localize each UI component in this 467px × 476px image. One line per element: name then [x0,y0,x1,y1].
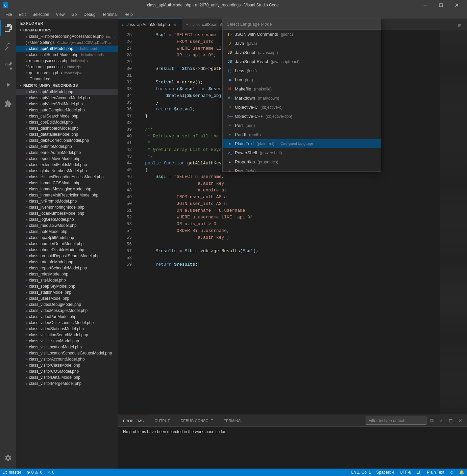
menu-edit[interactable]: Edit [16,11,28,18]
file-callsearch[interactable]: ≡ class_callSearchModel.php [16,113,118,119]
file-videopan[interactable]: ≡ class_videoPanModel.php [16,314,118,320]
status-info[interactable]: △ 0 [45,469,57,476]
tab-output[interactable]: OUTPUT [149,415,175,427]
lang-item-md[interactable]: M↓ Markdown (markdown) [223,94,381,103]
menu-terminal[interactable]: Terminal [100,11,120,18]
status-spaces[interactable]: Spaces: 4 [374,469,397,476]
file-cosedit[interactable]: ≡ class_cosEditModel.php [16,119,118,125]
file-visitoraccount[interactable]: ≡ class_visitorAccountModel.php [16,356,118,362]
lang-item-js[interactable]: JS JavaScript (javascript) [223,48,381,57]
menu-go[interactable]: Go [69,11,79,18]
menu-debug[interactable]: Debug [81,11,98,18]
file-enfinfo[interactable]: ≡ class_enfInfoModel.php [16,143,118,150]
open-file-recaccess[interactable]: JS recordingaccess.js htdocs\js [16,64,118,70]
file-soapkey[interactable]: ≡ class_soapKeyModel.php [16,283,118,289]
file-localnumbers[interactable]: ≡ class_localNumbersModel.php [16,210,118,216]
lang-item-objcpp[interactable]: C++ Objective-C++ (objective-cpp) [223,112,381,121]
file-npasplit[interactable]: ≡ class_npaSplitModel.php [16,235,118,241]
panel-maximize-button[interactable]: ⊟ [447,417,455,425]
file-prepaiddeposit[interactable]: ≡ class_prepaidDepositSearchModel.php [16,253,118,259]
file-users[interactable]: ≡ class_usersModel.php [16,295,118,301]
lang-item-plaintext[interactable]: ≡ Plain Text (plaintext) - Configured La… [223,139,381,148]
status-branch[interactable]: ⎇ master [0,469,24,476]
lang-item-jsx[interactable]: JS JavaScript React (javascriptreact) [223,57,381,66]
open-file-changelog[interactable]: C ChangeLog [16,76,118,82]
file-rateinfo[interactable]: ≡ class_rateInfoModel.php [16,259,118,265]
file-inmatecos[interactable]: ≡ class_inmateCOSModel.php [16,180,118,186]
open-editors-section[interactable]: ▼ OPEN EDITORS [16,27,118,33]
file-inmatevisitrestriction[interactable]: ≡ class_inmateVisitRestrictionModel.php [16,192,118,198]
tab-problems[interactable]: PROBLEMS [118,415,149,427]
file-dashboard[interactable]: ≡ class_dashboardModel.php [16,125,118,131]
open-file-history[interactable]: ≡ class_HistoryRecordingAccessModel.php … [16,33,118,39]
tab-debug-console[interactable]: DEBUG CONSOLE [175,415,218,427]
panel-filter-input[interactable] [366,417,426,425]
open-file-auth[interactable]: ≡ class_apiAuthModel.php include\models [16,46,118,52]
language-search[interactable] [223,19,381,30]
lang-item-java[interactable]: J Java (java) [223,39,381,48]
menu-selection[interactable]: Selection [30,11,52,18]
file-numberdetail[interactable]: ≡ class_numberDetailModel.php [16,241,118,247]
open-file-search[interactable]: ≡ class_callSearchModel.php include\mode… [16,52,118,58]
file-roles[interactable]: ≡ class_rolesModel.php [16,271,118,277]
file-epochmove[interactable]: ≡ class_epochMoveModel.php [16,156,118,162]
file-apivideoaccount[interactable]: ≡ class_apiVideoAccountModel.php [16,95,118,101]
file-debitcorrections[interactable]: ≡ class_debitCorrectionsModel.php [16,137,118,143]
menu-view[interactable]: View [53,11,67,18]
settings-icon[interactable] [0,450,16,466]
maximize-button[interactable]: □ [433,0,449,10]
file-livemonitoring[interactable]: ≡ class_liveMonitoringModel.php [16,204,118,210]
file-phonedisable[interactable]: ≡ class_phoneDisableModel.php [16,247,118,253]
language-search-input[interactable] [227,22,377,27]
lang-item-less[interactable]: { } Less (less) [223,66,381,75]
lang-item-objc[interactable]: C Objective-C (objective-c) [223,103,381,112]
file-visithistory[interactable]: ≡ class_visitHistoryModel.php [16,338,118,344]
file-extendedfields[interactable]: ≡ class_extendedFieldsModel.php [16,162,118,168]
file-mediagw[interactable]: ≡ class_mediaGwModel.php [16,222,118,229]
file-videoquickconnect[interactable]: ≡ class_videoQuickconnectModel.php [16,320,118,326]
file-globalnumbers[interactable]: ≡ class_globalNumbersModel.php [16,168,118,174]
panel-collapse-button[interactable]: ∧ [437,417,445,425]
status-feedback[interactable]: ☺ [447,469,457,476]
file-inmatemessaging[interactable]: ≡ class_inmateMessagingModel.php [16,186,118,192]
files-icon[interactable] [0,20,16,36]
search-icon[interactable] [0,39,16,55]
open-file-settings[interactable]: { } User Settings C:\Users\jweland.JCS\A… [16,39,118,46]
extensions-icon[interactable] [0,96,16,112]
lang-item-perl6[interactable]: ≡ Perl 6 (perl6) [223,130,381,139]
file-visitlocationschedule[interactable]: ≡ class_visitLocationScheduleGroupsModel… [16,350,118,356]
file-visitorcos[interactable]: ≡ class_visitorCOSModel.php [16,368,118,374]
status-errors[interactable]: ⊗ 0 ⚠ 0 [24,469,45,476]
file-visitationsearch[interactable]: ≡ class_visitationSearchModel.php [16,332,118,338]
file-note[interactable]: ≡ class_noteModel.php [16,229,118,235]
lang-item-perl[interactable]: ≡ Perl (perl) [223,121,381,130]
project-section[interactable]: ▼ RM2070_UNIFY_RECORDINGS [16,82,118,89]
file-datatables[interactable]: ≡ class_datatablesModel.php [16,131,118,137]
run-icon[interactable] [0,77,16,93]
file-videostations[interactable]: ≡ class_videoStationsModel.php [16,326,118,332]
file-videomessages[interactable]: ≡ class_videoMessagesModel.php [16,308,118,314]
status-encoding[interactable]: UTF-8 [397,469,414,476]
status-position[interactable]: Ln 1, Col 1 [348,469,373,476]
lang-item-lua[interactable]: ◉ Lua (lua) [223,75,381,84]
status-notifications[interactable]: 🔔 [457,469,467,476]
split-editor-button[interactable]: ⊞ [455,21,464,30]
menu-help[interactable]: Help [122,11,136,18]
file-autocomplete[interactable]: ≡ class_autoCompleteModel.php [16,107,118,113]
file-loggrep[interactable]: ≡ class_logGrepModel.php [16,216,118,222]
menu-file[interactable]: File [3,11,15,18]
close-button[interactable]: ✕ [449,0,464,10]
file-site[interactable]: ≡ class_siteModel.php [16,277,118,283]
tab-terminal[interactable]: TERMINAL [218,415,248,427]
minimize-button[interactable]: ─ [418,0,433,10]
file-station[interactable]: ≡ class_stationModel.php [16,289,118,295]
file-apiauth[interactable]: ≡ class_apiAuthModel.php [16,89,118,95]
open-file-recordings[interactable]: ≡ recordingsaccess.php htdocs\ajax [16,58,118,64]
file-apivideovisit[interactable]: ≡ class_apiVideoVisitModel.php [16,101,118,107]
lang-item-jsonc[interactable]: { } JSON with Comments (jsonc) [223,30,381,39]
language-dropdown[interactable]: { } JSON with Comments (jsonc) J Java (j… [222,19,381,172]
file-reportschedule[interactable]: ≡ class_reportScheduleModel.php [16,265,118,271]
file-videodebug[interactable]: ≡ class_videoDebugModel.php [16,301,118,308]
open-file-getrecording[interactable]: ≡ get_recording.php htdocs\ajax [16,70,118,76]
panel-close-button[interactable]: ✕ [456,417,464,425]
